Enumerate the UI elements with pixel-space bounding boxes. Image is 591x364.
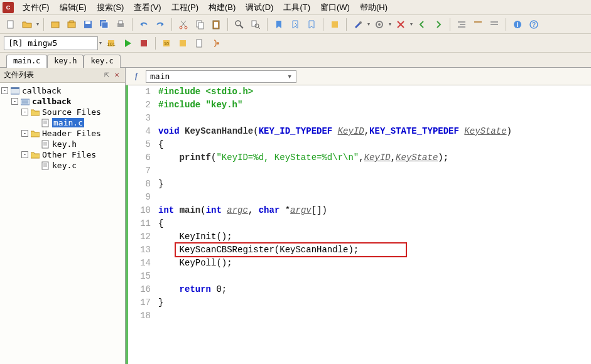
- code-line[interactable]: {: [158, 217, 591, 230]
- separator: [227, 18, 228, 31]
- build-button[interactable]: 101: [104, 36, 118, 50]
- stop-button[interactable]: [137, 36, 151, 50]
- tree-workspace[interactable]: -callback: [1, 85, 124, 96]
- next-bookmark-button[interactable]: [288, 18, 302, 31]
- undo-button[interactable]: [137, 18, 151, 31]
- svg-rect-13: [198, 23, 203, 29]
- tree-folder[interactable]: -Header Files: [1, 128, 124, 139]
- pin-icon[interactable]: ⇱: [102, 71, 111, 80]
- settings-button[interactable]: [372, 18, 386, 31]
- code-line[interactable]: {: [158, 138, 591, 151]
- code-line[interactable]: int main(int argc, char *argv[]): [158, 204, 591, 217]
- svg-rect-44: [11, 87, 19, 89]
- expand-icon[interactable]: -: [21, 130, 28, 137]
- svg-rect-0: [8, 21, 13, 28]
- tab-key-h[interactable]: key.h: [47, 55, 84, 68]
- tree-folder[interactable]: -Source Files: [1, 107, 124, 117]
- code-line[interactable]: }: [158, 296, 591, 309]
- code-line[interactable]: [158, 191, 591, 204]
- outdent-button[interactable]: [471, 18, 485, 31]
- menu-edit[interactable]: 编辑(E): [55, 1, 92, 14]
- separator: [450, 18, 450, 31]
- project-icon: [20, 97, 30, 106]
- new-project-button[interactable]: [48, 18, 62, 31]
- prev-bookmark-button[interactable]: [305, 18, 318, 31]
- nav-back-button[interactable]: [415, 18, 429, 31]
- tree-file[interactable]: key.h: [1, 139, 124, 149]
- expand-icon[interactable]: -: [21, 109, 28, 115]
- code-line[interactable]: }: [158, 178, 591, 191]
- svg-rect-28: [474, 21, 482, 23]
- run-button[interactable]: [121, 36, 134, 50]
- code-line[interactable]: [158, 112, 591, 125]
- menu-view[interactable]: 查看(V): [129, 1, 166, 14]
- nav-fwd-button[interactable]: [431, 18, 445, 31]
- code-line[interactable]: KeyInit();: [158, 230, 591, 244]
- expand-icon[interactable]: -: [21, 151, 28, 158]
- menu-tools[interactable]: 工具(T): [278, 1, 315, 14]
- new-file-button[interactable]: [4, 18, 18, 31]
- code-editor[interactable]: 123456789101112131415161718 #include <st…: [126, 85, 591, 364]
- svg-point-22: [359, 21, 362, 24]
- expand-icon[interactable]: -: [11, 98, 18, 105]
- stop-build-button[interactable]: [209, 36, 223, 50]
- save-button[interactable]: [81, 18, 95, 31]
- help-button[interactable]: i: [511, 18, 524, 31]
- copy-button[interactable]: [193, 18, 207, 31]
- project-tree[interactable]: -callback-callback-Source Filesmain.c-He…: [0, 83, 125, 173]
- tree-project[interactable]: -callback: [1, 96, 124, 107]
- find-button[interactable]: [232, 18, 246, 31]
- menu-search[interactable]: 搜索(S): [92, 1, 129, 14]
- svg-rect-29: [491, 21, 498, 23]
- code-line[interactable]: return 0;: [158, 283, 591, 296]
- save-all-button[interactable]: [97, 18, 111, 31]
- code-content[interactable]: #include <stdio.h>#include "key.h" void …: [156, 85, 591, 364]
- find-in-files-button[interactable]: [249, 18, 263, 31]
- about-button[interactable]: ?: [527, 18, 541, 31]
- code-line[interactable]: printf("KeyID=%d, KeyState=%d\r\n",KeyID…: [158, 151, 591, 164]
- func-icon[interactable]: f: [129, 70, 143, 83]
- tab-key-c[interactable]: key.c: [84, 55, 120, 68]
- tree-file[interactable]: key.c: [1, 160, 124, 171]
- print-button[interactable]: [114, 18, 127, 31]
- function-combo[interactable]: main ▾: [146, 70, 296, 83]
- open-file-button[interactable]: [20, 18, 34, 31]
- tree-folder[interactable]: -Other Files: [1, 149, 124, 160]
- code-line[interactable]: #include <stdio.h>: [158, 85, 591, 99]
- svg-rect-15: [214, 22, 218, 28]
- comment-button[interactable]: [487, 18, 501, 31]
- code-line[interactable]: KeyScanCBSRegister(KeyScanHandle);: [158, 244, 591, 257]
- cut-button[interactable]: [176, 18, 190, 31]
- rebuild-button[interactable]: [176, 36, 190, 50]
- build-target-button[interactable]: 10: [160, 36, 174, 50]
- code-line[interactable]: [158, 270, 591, 283]
- menu-help[interactable]: 帮助(H): [355, 1, 393, 14]
- svg-rect-9: [119, 21, 122, 24]
- close-button[interactable]: [394, 18, 408, 31]
- tab-main-c[interactable]: main.c: [6, 55, 47, 68]
- indent-button[interactable]: [455, 18, 469, 31]
- redo-button[interactable]: [153, 18, 167, 31]
- compile-button[interactable]: [328, 18, 342, 31]
- config-button[interactable]: [351, 18, 365, 31]
- compile-target-combo[interactable]: [R] mingw5: [4, 36, 98, 50]
- code-line[interactable]: [158, 309, 591, 323]
- open-project-button[interactable]: [65, 18, 79, 31]
- menu-file[interactable]: 文件(F): [18, 1, 55, 14]
- svg-rect-37: [141, 40, 147, 46]
- close-icon[interactable]: ✕: [112, 71, 121, 80]
- clean-button[interactable]: [193, 36, 207, 50]
- code-line[interactable]: KeyPoll();: [158, 257, 591, 270]
- svg-line-20: [258, 27, 260, 29]
- paste-button[interactable]: [209, 18, 223, 31]
- code-line[interactable]: void KeyScanHandle(KEY_ID_TYPEDEF KeyID,…: [158, 125, 591, 138]
- tree-file[interactable]: main.c: [1, 117, 124, 128]
- expand-icon[interactable]: -: [1, 87, 8, 94]
- menu-debug[interactable]: 调试(D): [241, 1, 278, 14]
- menu-project[interactable]: 工程(P): [166, 1, 203, 14]
- menu-window[interactable]: 窗口(W): [315, 1, 355, 14]
- code-line[interactable]: [158, 164, 591, 178]
- code-line[interactable]: #include "key.h": [158, 99, 591, 112]
- toggle-bookmark-button[interactable]: [272, 18, 286, 31]
- menu-build[interactable]: 构建(B): [203, 1, 241, 14]
